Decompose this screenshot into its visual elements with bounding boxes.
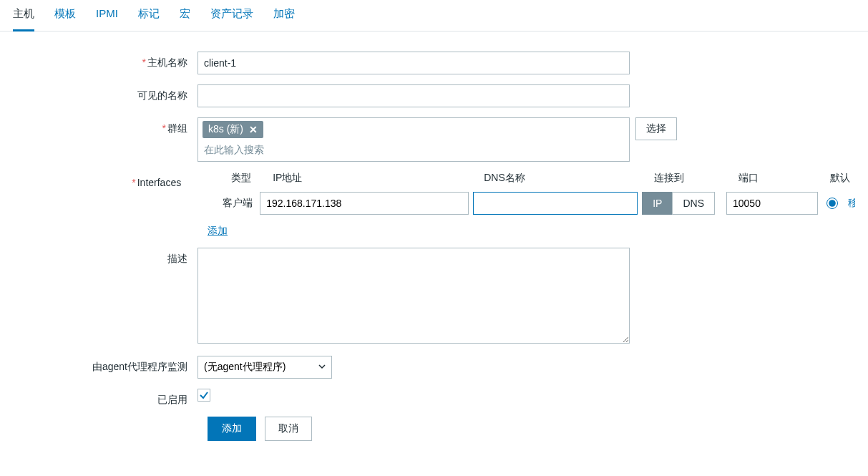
iface-default-radio[interactable] <box>826 198 838 209</box>
group-tag-label: k8s (新) <box>208 123 243 136</box>
tab-tags[interactable]: 标记 <box>138 7 160 31</box>
cancel-button[interactable]: 取消 <box>265 417 312 441</box>
iface-header-ip: IP地址 <box>273 172 484 185</box>
hostname-label: *主机名称 <box>13 52 198 69</box>
iface-type-label: 客户端 <box>218 197 260 210</box>
connect-dns-button[interactable]: DNS <box>672 192 715 215</box>
tab-macros[interactable]: 宏 <box>180 7 190 31</box>
tab-ipmi[interactable]: IPMI <box>96 7 118 31</box>
form-tabs: 主机 模板 IPMI 标记 宏 资产记录 加密 <box>0 0 868 31</box>
tab-templates[interactable]: 模板 <box>54 7 76 31</box>
interface-row: 客户端 IP DNS 移 <box>191 192 855 215</box>
proxy-select[interactable] <box>198 356 332 379</box>
enabled-checkbox[interactable] <box>198 389 210 402</box>
interfaces-label: *Interfaces <box>13 172 191 188</box>
visible-name-label: 可见的名称 <box>13 84 198 102</box>
monitored-by-label: 由agent代理程序监测 <box>13 356 198 374</box>
iface-remove-icon[interactable]: 移 <box>848 197 855 210</box>
groups-multiselect[interactable]: k8s (新) ✕ <box>198 117 630 162</box>
hostname-input[interactable] <box>198 52 630 74</box>
iface-port-input[interactable] <box>726 192 818 215</box>
enabled-label: 已启用 <box>13 389 198 407</box>
iface-header-default: 默认 <box>824 172 850 185</box>
iface-ip-input[interactable] <box>260 192 469 215</box>
visible-name-input[interactable] <box>198 84 630 107</box>
remove-tag-icon[interactable]: ✕ <box>249 124 258 135</box>
tab-encryption[interactable]: 加密 <box>273 7 295 31</box>
group-tag: k8s (新) ✕ <box>203 121 263 138</box>
tab-inventory[interactable]: 资产记录 <box>210 7 253 31</box>
iface-header-dns: DNS名称 <box>484 172 654 185</box>
connect-to-toggle: IP DNS <box>642 192 715 215</box>
add-interface-link[interactable]: 添加 <box>208 225 228 238</box>
description-textarea[interactable] <box>198 248 630 344</box>
tab-host[interactable]: 主机 <box>13 7 34 31</box>
iface-header-port: 端口 <box>738 172 824 185</box>
iface-header-type: 类型 <box>231 172 273 185</box>
iface-header-connect: 连接到 <box>654 172 738 185</box>
iface-dns-input[interactable] <box>473 192 638 215</box>
connect-ip-button[interactable]: IP <box>642 192 672 215</box>
submit-button[interactable]: 添加 <box>208 417 256 441</box>
groups-search-input[interactable] <box>203 141 625 158</box>
groups-select-button[interactable]: 选择 <box>635 117 677 140</box>
description-label: 描述 <box>13 248 198 266</box>
groups-label: *群组 <box>13 117 198 135</box>
